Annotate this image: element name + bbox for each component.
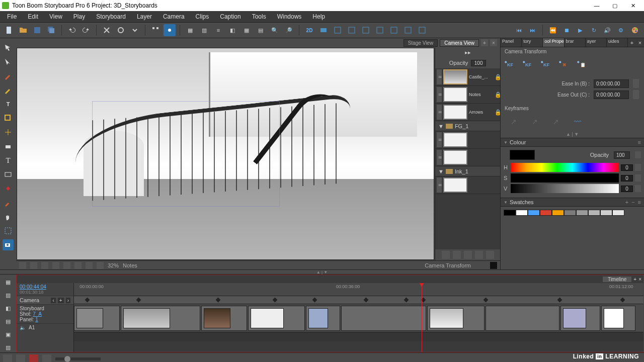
open-folder-icon[interactable]	[17, 24, 29, 36]
close-view-button[interactable]: ×	[490, 39, 497, 46]
menu-storyboard[interactable]: Storyboard	[91, 12, 131, 21]
close-button[interactable]: ✕	[624, 0, 642, 11]
current-timecode[interactable]: 00:00:44:04	[20, 284, 70, 290]
cutter-tool-icon[interactable]	[3, 127, 14, 138]
palette-icon[interactable]	[629, 24, 641, 36]
status-icon[interactable]	[74, 262, 82, 269]
status-icon[interactable]	[30, 262, 37, 269]
rect-tool-icon[interactable]	[3, 169, 14, 180]
type-tool-icon[interactable]: T	[3, 155, 14, 166]
stepper-icon[interactable]	[635, 185, 641, 192]
layer-thumb[interactable]	[443, 105, 467, 120]
kf-graph-icon[interactable]: ↗	[511, 118, 517, 126]
tl-icon[interactable]: ▦	[3, 278, 14, 287]
easein-input[interactable]: 0:00:00.00	[594, 79, 629, 88]
tl-icon[interactable]: ▤	[3, 317, 14, 326]
swatch[interactable]	[564, 210, 576, 216]
save-all-icon[interactable]	[45, 24, 57, 36]
layer-thumb[interactable]	[443, 150, 467, 165]
kf-graph-icon[interactable]: ↗	[553, 118, 559, 126]
timeline-tracks[interactable]: 00:00:00:00 00:00:36:00 00:01:12:00	[74, 283, 643, 352]
panel-clip[interactable]	[306, 306, 340, 331]
add-layer-icon[interactable]	[442, 251, 450, 259]
undo-icon[interactable]	[66, 24, 78, 36]
maximize-button[interactable]: ▢	[606, 0, 624, 11]
camera-tool-icon[interactable]	[3, 239, 14, 250]
tab-guides[interactable]: uides	[607, 38, 628, 47]
close-tl-tab[interactable]: ×	[638, 277, 641, 282]
menu-clips[interactable]: Clips	[191, 12, 214, 21]
bb-icon[interactable]	[16, 354, 25, 363]
keyframe-add-icon[interactable]: KF	[504, 59, 517, 71]
brush-tool-icon[interactable]	[3, 70, 14, 81]
swatch[interactable]	[540, 210, 552, 216]
swatch[interactable]	[516, 210, 528, 216]
menu-windows[interactable]: Windows	[272, 12, 307, 21]
panel-value[interactable]: 1	[35, 317, 38, 322]
bb-icon[interactable]	[42, 354, 51, 363]
trash-layer-icon[interactable]	[486, 251, 494, 259]
dropdown-icon[interactable]	[129, 24, 141, 36]
lock-icon[interactable]: 🔒	[495, 92, 499, 98]
tl-icon[interactable]: ▥	[3, 343, 14, 352]
stop-icon[interactable]: ⏹	[560, 24, 573, 36]
tab-layers[interactable]: ayer	[586, 38, 607, 47]
tl-icon[interactable]: ◧	[3, 304, 14, 313]
eyedropper-tool-icon[interactable]	[3, 197, 14, 208]
chevron-down-icon[interactable]: ▼	[438, 168, 444, 174]
bb-record-icon[interactable]	[29, 354, 38, 363]
stepper-icon[interactable]	[633, 79, 639, 88]
stage-view-tab[interactable]: Stage View	[404, 39, 438, 47]
eraser-tool-icon[interactable]	[3, 141, 14, 152]
panel-clip[interactable]	[74, 306, 120, 331]
shot-value[interactable]: 7_A	[33, 311, 42, 317]
camera-track[interactable]	[74, 296, 643, 304]
prev-frame-icon[interactable]: ⏪	[547, 24, 559, 36]
layout-mixed-icon[interactable]: ▤	[255, 24, 267, 36]
add-swatch-icon[interactable]: +	[625, 199, 628, 205]
select-tool-icon[interactable]	[3, 42, 14, 53]
dup-layer-icon[interactable]	[453, 251, 461, 259]
scene6-icon[interactable]	[402, 24, 414, 36]
delete-icon[interactable]	[101, 24, 113, 36]
val-input[interactable]	[621, 186, 633, 192]
layout-table-icon[interactable]: ▦	[240, 24, 253, 36]
swatch[interactable]	[504, 210, 516, 216]
colour-opacity-input[interactable]	[614, 151, 630, 159]
scene2-icon[interactable]	[346, 24, 358, 36]
layer-thumb[interactable]	[443, 132, 467, 147]
keyframe-prev-icon[interactable]: KF	[522, 59, 535, 71]
swatch[interactable]	[588, 210, 600, 216]
menu-view[interactable]: View	[44, 12, 67, 21]
add-tl-tab[interactable]: +	[633, 277, 636, 282]
menu-icon[interactable]: ≡	[638, 199, 641, 205]
scene5-icon[interactable]	[388, 24, 400, 36]
go-end-icon[interactable]: ⏭	[526, 24, 538, 36]
panel-clip[interactable]	[486, 306, 559, 331]
pencil-tool-icon[interactable]	[3, 84, 14, 96]
zoom-handle[interactable]	[64, 356, 70, 362]
easeout-input[interactable]: 0:00:00.00	[594, 90, 629, 99]
shape-tool-icon[interactable]	[3, 113, 14, 124]
menu-icon[interactable]: ≡	[638, 139, 641, 145]
stepper-icon[interactable]	[635, 164, 641, 171]
scene4-icon[interactable]	[374, 24, 386, 36]
menu-camera[interactable]: Camera	[158, 12, 190, 21]
remove-swatch-icon[interactable]: −	[631, 199, 634, 205]
stepper-icon[interactable]	[635, 151, 641, 158]
hand-tool-icon[interactable]	[3, 211, 14, 222]
zoom-out-icon[interactable]: 🔎	[283, 24, 295, 36]
lock-icon[interactable]: 🔒	[495, 74, 499, 80]
tab-toolprops[interactable]: ool Proper	[543, 38, 564, 47]
panel-clip[interactable]	[121, 306, 200, 331]
tl-icon[interactable]: ▥	[3, 291, 14, 300]
playhead[interactable]	[422, 283, 422, 352]
status-icon[interactable]	[86, 262, 93, 269]
panel-clip[interactable]	[427, 306, 484, 331]
save-icon[interactable]	[31, 24, 43, 36]
folder-layer-icon[interactable]	[475, 251, 483, 259]
swatches-section-head[interactable]: Swatches + − ≡	[501, 198, 644, 207]
keyframe-next-icon[interactable]: KF	[540, 59, 553, 71]
layer-grip-icon[interactable]: ⠿	[437, 150, 442, 165]
status-icon[interactable]	[52, 262, 59, 269]
